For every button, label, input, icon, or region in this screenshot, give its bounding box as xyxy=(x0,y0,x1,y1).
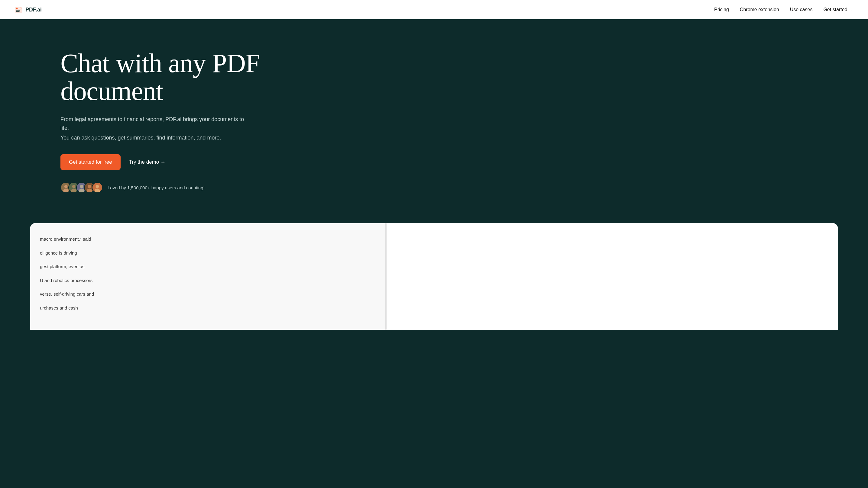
social-proof: Loved by 1,500,000+ happy users and coun… xyxy=(60,182,363,193)
demo-pdf-text-1: macro environment," said xyxy=(40,235,376,243)
avatar-group xyxy=(60,182,100,193)
demo-container: macro environment," said elligence is dr… xyxy=(30,223,838,330)
logo-text: PDF.ai xyxy=(25,7,42,13)
logo-icon xyxy=(14,6,23,13)
svg-point-2 xyxy=(63,189,69,193)
get-started-button[interactable]: Get started for free xyxy=(60,154,121,170)
hero-section: Chat with any PDF document From legal ag… xyxy=(0,19,423,211)
svg-point-5 xyxy=(71,189,76,193)
demo-pdf-text-3: gest platform, even as xyxy=(40,263,376,270)
nav-use-cases[interactable]: Use cases xyxy=(790,7,813,12)
demo-chat-panel[interactable] xyxy=(387,223,838,330)
avatar-5-image xyxy=(92,182,102,193)
svg-point-4 xyxy=(72,185,75,188)
svg-point-14 xyxy=(95,189,100,193)
hero-subtitle-line2: You can ask questions, get summaries, fi… xyxy=(60,133,248,142)
demo-pdf-text-4: U and robotics processors xyxy=(40,276,376,285)
hero-subtitle: From legal agreements to financial repor… xyxy=(60,115,248,142)
nav-pricing[interactable]: Pricing xyxy=(714,7,729,12)
navbar: PDF.ai Pricing Chrome extension Use case… xyxy=(0,0,868,19)
svg-point-13 xyxy=(96,185,99,188)
demo-pdf-text-5: verse, self-driving cars and xyxy=(40,290,376,298)
svg-point-10 xyxy=(88,185,91,188)
logo-link[interactable]: PDF.ai xyxy=(14,6,42,13)
nav-chrome-extension[interactable]: Chrome extension xyxy=(740,7,779,12)
hero-buttons: Get started for free Try the demo → xyxy=(60,154,363,170)
hero-title: Chat with any PDF document xyxy=(60,50,363,105)
demo-pdf-panel: macro environment," said elligence is dr… xyxy=(30,223,385,330)
nav-get-started[interactable]: Get started → xyxy=(823,7,854,12)
svg-point-1 xyxy=(64,185,68,188)
svg-point-11 xyxy=(87,189,92,193)
avatar-5 xyxy=(92,182,103,193)
demo-pdf-text-6: urchases and cash xyxy=(40,304,376,312)
navbar-links: Pricing Chrome extension Use cases Get s… xyxy=(714,7,854,12)
hero-subtitle-line1: From legal agreements to financial repor… xyxy=(60,115,248,133)
svg-point-8 xyxy=(79,189,84,193)
demo-pdf-text-2: elligence is driving xyxy=(40,249,376,257)
try-demo-button[interactable]: Try the demo → xyxy=(129,159,166,165)
svg-point-7 xyxy=(80,185,84,188)
social-proof-text: Loved by 1,500,000+ happy users and coun… xyxy=(107,185,205,190)
